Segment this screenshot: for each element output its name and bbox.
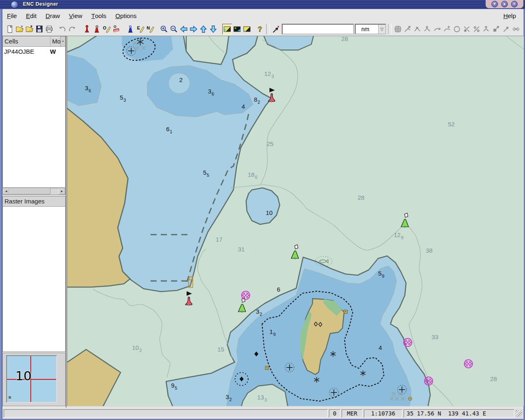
group-info-icon: G [126,25,135,34]
menu-file[interactable]: File [2,9,21,23]
overview-panel: 10 [2,353,66,406]
zoom-in-button[interactable] [159,24,169,34]
overview-chart-thumbnail[interactable]: 10 [6,355,57,403]
maximize-button[interactable]: ▲ [501,1,508,7]
status-coordinates-field: 35 17.56 N 139 41.43 E [404,409,514,418]
delete-tool-button[interactable] [511,24,521,34]
deep-wedge [186,36,229,64]
redo-button[interactable] [67,24,77,34]
depth-sounding: 2 [179,76,183,83]
edit-feature-n-button[interactable]: N [145,24,155,34]
delete-obstruction-button[interactable]: O [112,24,121,34]
minimize-button[interactable]: ▼ [491,1,498,7]
cell-mode: W [50,48,65,55]
cell-list-item[interactable]: JP44OJBE W [3,47,65,56]
save-file-button[interactable] [34,24,44,34]
zoom-in-icon [160,25,169,34]
raster-images-panel: Raster Images [2,196,66,352]
svg-text:G: G [129,25,132,29]
depth-sounding: 17 [216,236,223,243]
delete-vertex-icon [423,25,432,34]
zoom-out-button[interactable] [169,24,179,34]
delete-vertex-button[interactable] [422,24,432,34]
minor-light-symbol [344,310,347,313]
scrollbar-thumb[interactable] [9,188,50,194]
menu-draw[interactable]: Draw [41,9,64,23]
edit-obstruction-button[interactable]: O [102,24,112,34]
join-lines-button[interactable] [482,24,491,34]
toolbar-separator [388,24,392,34]
insert-vertex-icon [413,25,422,34]
pan-left-button[interactable] [179,24,189,34]
point-obstruction-button[interactable]: O [92,24,102,34]
svg-text:12: 12 [264,70,271,77]
depth-sounding: 38 [426,247,433,254]
import-file-button[interactable] [25,24,34,34]
svg-text:1: 1 [170,129,172,134]
depth-sounding: 4 [242,103,245,110]
distance-input[interactable] [282,24,354,34]
menu-tools[interactable]: Tools [87,9,111,23]
chart-canvas[interactable]: 3653236824615510596321949532123285225186… [67,36,524,406]
menu-options[interactable]: Options [111,9,141,23]
svg-text:9: 9 [171,382,174,389]
point-info-icon [82,25,91,34]
pan-up-button[interactable] [199,24,208,34]
measure-pointer-button[interactable] [271,24,281,34]
svg-text:15: 15 [217,346,224,353]
view-day-button[interactable] [222,24,232,34]
scrollbar-track[interactable] [50,188,59,194]
block-move-button[interactable] [491,24,501,34]
insert-vertex-button[interactable] [413,24,422,34]
menu-help[interactable]: Help [499,9,523,23]
resize-grip[interactable] [516,410,522,417]
undo-button[interactable] [57,24,67,34]
raster-images-header[interactable]: Raster Images [3,196,65,207]
line-direction-button[interactable] [432,24,442,34]
new-file-button[interactable] [5,24,15,34]
redo-icon [68,25,77,34]
depth-sounding: 31 [238,246,245,253]
print-button[interactable] [44,24,54,34]
circle-tool-button[interactable] [452,24,462,34]
svg-text:10: 10 [132,344,139,351]
svg-text:3: 3 [256,308,259,315]
svg-text:52: 52 [448,121,455,128]
svg-text:3: 3 [226,393,229,400]
point-info-button[interactable] [82,24,92,34]
extend-line-button[interactable] [501,24,511,34]
pan-right-button[interactable] [189,24,199,34]
cells-horizontal-scrollbar[interactable]: ◄ ► [2,188,66,195]
split-line-button[interactable] [472,24,482,34]
svg-text:?: ? [258,25,262,33]
title-bar[interactable]: ENC Designer ▼▲✕ [0,0,525,9]
add-point-icon [443,25,452,34]
help-button[interactable]: ? [255,24,265,34]
view-dusk-button[interactable] [242,24,252,34]
cut-line-button[interactable] [462,24,472,34]
svg-text:O: O [103,25,106,30]
cells-panel: Cells Mode ▲ JP44OJBE W [2,36,66,188]
pan-down-button[interactable] [208,24,218,34]
extend-line-icon [502,25,511,34]
view-night-button[interactable] [232,24,242,34]
scroll-left-arrow[interactable]: ◄ [3,188,9,194]
svg-text:2: 2 [179,76,183,83]
snap-grid-button[interactable] [393,24,403,34]
cell-name: JP44OJBE [3,48,50,55]
menu-edit[interactable]: Edit [21,9,41,23]
cells-column-header[interactable]: Cells [3,37,50,46]
edit-feature-e-button[interactable]: E [135,24,145,34]
close-button[interactable]: ✕ [511,1,518,7]
svg-text:2: 2 [258,100,260,105]
group-info-button[interactable]: G [126,24,135,34]
scroll-right-arrow[interactable]: ► [59,188,65,194]
svg-text:2: 2 [229,397,232,402]
move-vertex-button[interactable] [403,24,413,34]
menu-view[interactable]: View [64,9,87,23]
open-file-button[interactable] [15,24,25,34]
add-point-button[interactable] [442,24,452,34]
unit-select[interactable]: nm▽ [355,24,386,34]
svg-text:4: 4 [242,103,245,110]
svg-text:6: 6 [255,175,258,180]
